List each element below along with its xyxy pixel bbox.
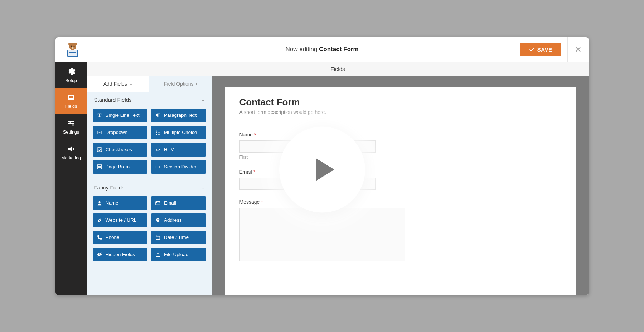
form-preview: Contact Form A short form description wo…: [225, 87, 576, 295]
tab-field-options-label: Field Options: [164, 81, 193, 87]
field-section-divider[interactable]: Section Divider: [151, 160, 206, 174]
save-button[interactable]: SAVE: [520, 43, 561, 56]
field-page-break[interactable]: Page Break: [93, 160, 148, 174]
rail-fields[interactable]: Fields: [55, 88, 87, 114]
top-bar: Now editing Contact Form SAVE: [55, 37, 589, 62]
chevron-down-icon: ⌄: [129, 81, 133, 86]
field-label: HTML: [164, 147, 177, 152]
chevron-down-icon: ⌄: [201, 185, 205, 190]
field-preview-message[interactable]: Message *: [239, 199, 562, 261]
svg-point-2: [74, 43, 77, 45]
rail-setup[interactable]: Setup: [55, 62, 87, 88]
field-label: Checkboxes: [106, 147, 132, 152]
required-asterisk: *: [261, 199, 263, 205]
close-button[interactable]: [567, 37, 589, 62]
save-label: SAVE: [537, 47, 552, 53]
section-fancy-fields[interactable]: Fancy Fields ⌄: [87, 179, 212, 194]
field-checkboxes[interactable]: Checkboxes: [93, 143, 148, 157]
message-textarea[interactable]: [239, 208, 405, 261]
field-dropdown[interactable]: Dropdown: [93, 126, 148, 139]
required-asterisk: *: [254, 132, 256, 138]
label-text: Name: [239, 132, 253, 138]
preview-area: Contact Form A short form description wo…: [212, 76, 589, 295]
svg-point-3: [71, 46, 72, 47]
panel-title: Fields: [330, 66, 345, 72]
section-standard-fields[interactable]: Standard Fields ⌄: [87, 92, 212, 106]
field-single-line-text[interactable]: Single Line Text: [93, 109, 148, 122]
rail-marketing[interactable]: Marketing: [55, 140, 87, 165]
field-label: File Upload: [164, 252, 188, 257]
play-icon: [310, 155, 339, 184]
svg-rect-10: [69, 96, 73, 97]
label-text: Message: [239, 199, 260, 205]
chevron-down-icon: ⌄: [201, 97, 205, 102]
field-upload[interactable]: File Upload: [151, 248, 206, 261]
svg-rect-6: [68, 50, 78, 57]
field-label: Single Line Text: [106, 112, 140, 118]
field-website[interactable]: Website / URL: [93, 213, 148, 227]
svg-rect-21: [158, 134, 160, 134]
chevron-right-icon: ›: [195, 81, 197, 86]
field-multiple-choice[interactable]: Multiple Choice: [151, 126, 206, 139]
divider-icon: [155, 164, 160, 169]
field-label: Dropdown: [106, 130, 128, 135]
field-hidden[interactable]: Hidden Fields: [93, 248, 148, 261]
eye-off-icon: [97, 252, 102, 257]
sliders-icon: [67, 119, 76, 127]
form-name: Contact Form: [319, 46, 359, 53]
field-label: Address: [164, 217, 182, 223]
play-button[interactable]: [279, 126, 365, 212]
tab-add-fields[interactable]: Add Fields ⌄: [87, 76, 150, 92]
panel-title-bar: Fields: [87, 62, 589, 76]
calendar-icon: [155, 235, 160, 240]
rail-fields-label: Fields: [65, 104, 77, 109]
field-label: Multiple Choice: [164, 130, 197, 135]
field-label: Paragraph Text: [164, 112, 197, 118]
svg-rect-26: [156, 201, 160, 205]
svg-rect-18: [156, 132, 157, 133]
editing-prefix: Now editing: [285, 46, 319, 53]
app-logo: [63, 41, 83, 58]
field-label: Date / Time: [164, 235, 189, 240]
rail-settings-label: Settings: [63, 130, 79, 135]
svg-rect-23: [97, 164, 101, 166]
nav-rail: Setup Fields Settings Marketing: [55, 62, 87, 295]
standard-fields-grid: Single Line Text Paragraph Text Dropdown…: [87, 106, 212, 179]
code-icon: [155, 147, 160, 152]
field-name[interactable]: Name: [93, 196, 148, 210]
app-frame: Now editing Contact Form SAVE Setup Fiel…: [55, 37, 589, 295]
svg-rect-22: [97, 147, 101, 151]
rail-settings[interactable]: Settings: [55, 114, 87, 140]
field-datetime[interactable]: Date / Time: [151, 231, 206, 244]
text-icon: [97, 113, 102, 118]
field-html[interactable]: HTML: [151, 143, 206, 157]
editing-title: Now editing Contact Form: [55, 46, 589, 53]
field-label: Email: [164, 200, 176, 206]
svg-rect-20: [156, 134, 157, 135]
dropdown-icon: [97, 130, 102, 135]
svg-point-25: [98, 201, 100, 203]
field-paragraph-text[interactable]: Paragraph Text: [151, 109, 206, 122]
list-icon: [155, 130, 160, 135]
tab-add-fields-label: Add Fields: [103, 81, 127, 87]
form-title: Contact Form: [239, 97, 562, 108]
svg-rect-27: [156, 236, 160, 239]
field-label: Hidden Fields: [106, 252, 135, 257]
gear-icon: [67, 67, 76, 76]
rail-setup-label: Setup: [65, 78, 77, 83]
check-icon: [529, 47, 534, 52]
svg-rect-11: [69, 97, 73, 98]
link-icon: [97, 218, 102, 223]
user-icon: [97, 201, 102, 206]
required-asterisk: *: [253, 169, 255, 175]
checkbox-icon: [97, 147, 102, 152]
field-email[interactable]: Email: [151, 196, 206, 210]
field-label: Page Break: [106, 164, 131, 169]
tab-field-options[interactable]: Field Options ›: [149, 76, 212, 92]
name-label: Name *: [239, 132, 562, 138]
rail-marketing-label: Marketing: [61, 155, 81, 160]
field-address[interactable]: Address: [151, 213, 206, 227]
field-label: Section Divider: [164, 164, 197, 169]
field-phone[interactable]: Phone: [93, 231, 148, 244]
fancy-fields-grid: Name Email Website / URL Address Phone D…: [87, 194, 212, 267]
